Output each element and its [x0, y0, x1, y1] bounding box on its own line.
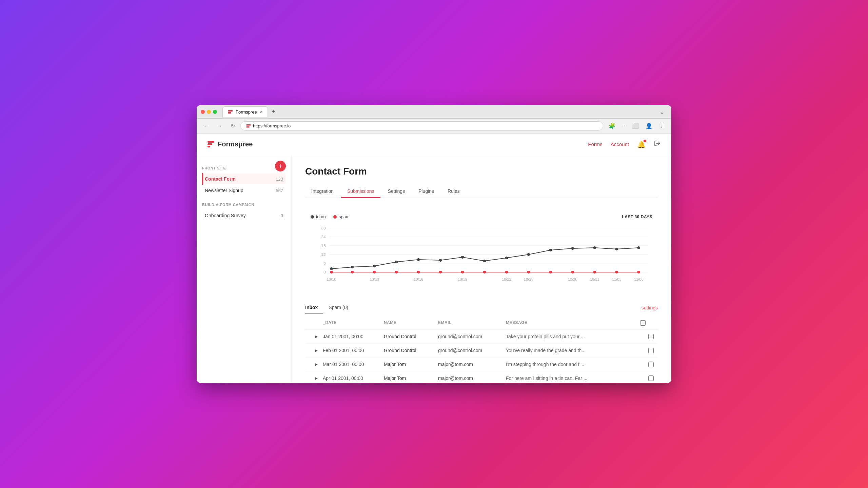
row-expand-button-3[interactable]: ▶	[309, 376, 323, 381]
row-date-2: Mar 01 2001, 00:00	[323, 362, 384, 367]
chart-container: inbox spam LAST 30 DAYS	[305, 207, 658, 292]
svg-point-29	[615, 248, 618, 250]
back-button[interactable]: ←	[201, 122, 212, 130]
svg-point-31	[330, 271, 333, 273]
sidebar: + FRONT SITE Contact Form 123 Newsletter…	[197, 155, 292, 383]
tab-integration[interactable]: Integration	[305, 185, 340, 198]
tab-bar: Formspree ✕ +	[222, 106, 654, 117]
table-row: ▶ Apr 01 2001, 00:00 Major Tom major@tom…	[305, 371, 658, 383]
sidebar-item-count-newsletter: 567	[276, 188, 283, 193]
row-name-0: Ground Control	[384, 334, 438, 339]
sidebar-item-newsletter[interactable]: Newsletter Signup 567	[202, 185, 286, 196]
col-header-message: MESSAGE	[506, 320, 640, 327]
profile-icon[interactable]: 👤	[643, 121, 655, 130]
svg-point-28	[593, 246, 596, 249]
main-content: Contact Form Integration Submissions Set…	[292, 155, 671, 383]
legend-inbox-label: inbox	[316, 214, 327, 219]
tab-close-icon[interactable]: ✕	[260, 110, 263, 114]
tab-settings[interactable]: Settings	[382, 185, 411, 198]
svg-rect-0	[228, 110, 233, 111]
tab-favicon-icon	[228, 109, 233, 115]
submissions-header: Inbox Spam (0) settings	[305, 302, 658, 313]
minimize-button[interactable]	[207, 110, 211, 114]
row-expand-button-2[interactable]: ▶	[309, 362, 323, 367]
browser-tab[interactable]: Formspree ✕	[222, 106, 268, 117]
svg-point-32	[351, 271, 354, 273]
tab-rules[interactable]: Rules	[441, 185, 466, 198]
address-bar[interactable]: https://formspree.io	[240, 121, 603, 130]
sidebar-item-count-contact-form: 123	[276, 177, 283, 182]
legend-inbox: inbox	[311, 214, 327, 219]
notifications-button[interactable]: 🔔	[637, 140, 646, 148]
sidebar-section-front-site: FRONT SITE	[202, 166, 286, 170]
svg-text:24: 24	[321, 235, 326, 239]
address-url: https://formspree.io	[253, 123, 291, 128]
forward-button[interactable]: →	[214, 122, 225, 130]
row-checkbox-2[interactable]	[648, 362, 654, 367]
row-date-0: Jan 01 2001, 00:00	[323, 334, 384, 339]
svg-text:12: 12	[321, 252, 326, 257]
svg-point-17	[351, 266, 354, 268]
row-expand-button-0[interactable]: ▶	[309, 334, 323, 339]
submissions-section: Inbox Spam (0) settings _DATE NAME EMAIL…	[305, 302, 658, 383]
forms-nav-link[interactable]: Forms	[588, 141, 603, 147]
svg-text:10/25: 10/25	[524, 278, 533, 281]
extensions-icon[interactable]: 🧩	[606, 121, 618, 130]
legend-dot-spam	[333, 215, 337, 219]
main-tabs: Integration Submissions Settings Plugins…	[305, 185, 658, 198]
svg-point-35	[417, 271, 420, 273]
tab-plugins[interactable]: Plugins	[412, 185, 440, 198]
split-view-icon[interactable]: ⬜	[629, 121, 642, 130]
logo-bar-1	[208, 141, 214, 143]
svg-text:18: 18	[321, 244, 326, 248]
legend-dot-inbox	[311, 215, 314, 219]
svg-point-43	[593, 271, 596, 273]
row-checkbox-3[interactable]	[648, 375, 654, 381]
col-header-expand	[309, 320, 323, 327]
svg-point-37	[461, 271, 464, 273]
reader-mode-icon[interactable]: ≡	[619, 121, 628, 130]
account-nav-link[interactable]: Account	[611, 141, 629, 147]
svg-text:10/19: 10/19	[458, 278, 467, 281]
sidebar-item-onboarding[interactable]: Onboarding Survey 3	[202, 210, 286, 221]
svg-point-25	[527, 253, 530, 256]
browser-menu-dots-icon[interactable]: ⋮	[656, 121, 667, 130]
svg-point-20	[417, 258, 420, 261]
tab-submissions[interactable]: Submissions	[341, 185, 380, 198]
browser-menu-button[interactable]: ⌄	[657, 107, 667, 117]
reload-button[interactable]: ↻	[228, 121, 238, 130]
svg-text:10/31: 10/31	[590, 278, 599, 281]
sub-tab-inbox[interactable]: Inbox	[305, 302, 323, 313]
svg-point-34	[395, 271, 398, 273]
active-indicator	[202, 173, 203, 185]
new-tab-button[interactable]: +	[269, 107, 278, 117]
row-email-1: ground@control.com	[438, 348, 506, 353]
sub-tab-spam[interactable]: Spam (0)	[323, 302, 354, 313]
row-name-1: Ground Control	[384, 348, 438, 353]
row-message-1: You've really made the grade and th...	[506, 348, 640, 353]
row-checkbox-1[interactable]	[648, 348, 654, 353]
sidebar-section-campaign: BUILD-A-FORM CAMPAIGN	[202, 203, 286, 207]
logout-icon	[654, 140, 660, 147]
svg-text:10/22: 10/22	[502, 278, 511, 281]
row-name-2: Major Tom	[384, 362, 438, 367]
row-checkbox-0[interactable]	[648, 334, 654, 339]
svg-point-44	[615, 271, 618, 273]
close-button[interactable]	[201, 110, 205, 114]
row-expand-button-1[interactable]: ▶	[309, 348, 323, 353]
svg-text:0: 0	[323, 270, 326, 274]
app-container: Formspree Forms Account 🔔 +	[197, 134, 671, 383]
svg-rect-1	[228, 112, 231, 114]
svg-point-42	[571, 271, 574, 273]
add-form-button[interactable]: +	[275, 161, 286, 171]
submissions-settings-link[interactable]: settings	[642, 305, 658, 310]
svg-text:10/10: 10/10	[327, 278, 336, 281]
browser-window: Formspree ✕ + ⌄ ← → ↻ https://formspree.…	[197, 105, 671, 383]
sidebar-item-contact-form[interactable]: Contact Form 123	[202, 174, 286, 184]
row-message-2: I'm stepping through the door and I'...	[506, 362, 640, 367]
maximize-button[interactable]	[213, 110, 217, 114]
svg-point-16	[330, 267, 333, 270]
select-all-checkbox[interactable]	[640, 320, 646, 326]
logout-button[interactable]	[654, 140, 660, 148]
tab-title: Formspree	[236, 109, 257, 115]
